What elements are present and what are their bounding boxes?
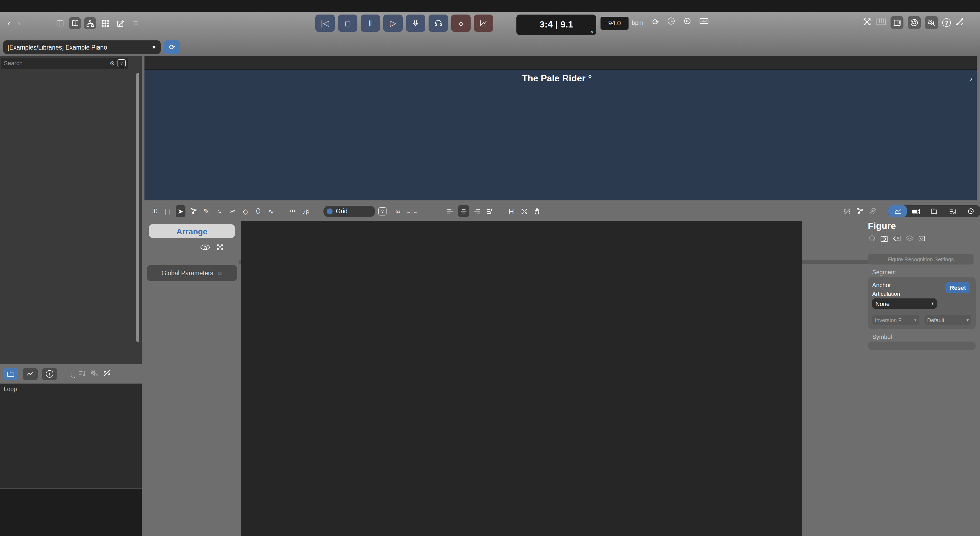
phrase-editor[interactable] [241, 221, 802, 536]
view-notes-button[interactable] [943, 205, 962, 217]
menu-bar [0, 0, 980, 12]
accidental-tool-icon[interactable]: ♪♯ [301, 205, 310, 217]
grid-toggle[interactable]: ∨ [379, 207, 387, 215]
anchor-label: Anchor [872, 282, 891, 288]
tree-scrollbar[interactable] [136, 73, 139, 342]
prelisten-headphones-icon[interactable] [868, 235, 876, 242]
stop-button[interactable]: □ [338, 14, 357, 32]
list-view-icon[interactable] [129, 17, 141, 29]
expand-tracks-icon[interactable] [216, 244, 224, 251]
sync-button[interactable]: ⟳ [164, 40, 180, 54]
record-button[interactable]: ○ [451, 14, 471, 32]
clear-backspace-icon[interactable] [892, 235, 901, 242]
typing-keyboard-icon[interactable] [699, 17, 709, 26]
visibility-eye-icon[interactable] [200, 244, 210, 250]
inspector-panel-icon[interactable] [891, 16, 904, 29]
piano-keyboard-icon[interactable] [876, 18, 886, 27]
legato-icon[interactable] [485, 205, 495, 217]
mute-phrase-icon[interactable] [90, 369, 99, 379]
note-list-icon[interactable] [78, 369, 86, 379]
pencil-tool-icon[interactable]: ✎ [202, 205, 211, 217]
align-right-icon[interactable] [472, 205, 482, 217]
ibeam-tool-icon[interactable]: Ɪ [150, 205, 159, 217]
pointer-tool-icon[interactable]: ➤ [176, 205, 185, 217]
default-dropdown[interactable]: Default▾ [924, 315, 971, 325]
loop-icon[interactable]: ⟳ [652, 17, 659, 27]
monitor-chart-button[interactable] [474, 14, 493, 32]
mic-button[interactable] [406, 14, 425, 32]
infinity-division[interactable]: ∞ [393, 205, 402, 217]
h-zoom-icon[interactable]: H [506, 205, 516, 217]
midi-icon[interactable] [908, 16, 921, 29]
arrangement-canvas[interactable]: The Pale Rider ° › [145, 70, 977, 200]
structure-hierarchy-icon[interactable] [84, 17, 96, 29]
fullscreen-icon[interactable] [862, 17, 872, 28]
nav-back-icon[interactable]: ‹ [8, 18, 10, 27]
confirm-check-icon[interactable] [918, 235, 926, 242]
headphones-button[interactable] [428, 14, 448, 32]
range-tool-icon[interactable]: [ ] [163, 205, 172, 217]
view-files-button[interactable] [925, 205, 943, 217]
lasso-tool-icon[interactable]: ⬯ [253, 205, 263, 217]
inspector-panel: Figure Figure Recognition Settings Segme… [868, 221, 980, 536]
expand-right-icon[interactable]: › [970, 75, 972, 83]
inspector-title: Figure [868, 221, 980, 232]
document-selector[interactable]: [Examples/Libraries] Example Piano▼ [3, 40, 161, 54]
multi-draw-tool-icon[interactable]: ≈ [215, 205, 224, 217]
settings-tools-icon[interactable] [955, 17, 964, 28]
editor-toolbar: Ɪ [ ] ➤ ✎ ≈ ✂ ◇ ⬯ ∿ ••• ♪♯ Grid ∨ ∞ →|← … [145, 201, 980, 221]
unlink-icon[interactable] [103, 369, 111, 379]
library-book-icon[interactable] [69, 17, 81, 29]
view-curve-button[interactable] [888, 205, 907, 217]
search-filter-toggle[interactable]: ∨ [118, 59, 126, 67]
reset-button[interactable]: Reset [945, 282, 970, 293]
layers-icon[interactable] [905, 235, 914, 242]
snapshot-camera-icon[interactable] [880, 235, 888, 242]
folder-view-button[interactable] [3, 368, 18, 380]
eraser-tool-icon[interactable]: ◇ [240, 205, 250, 217]
grid-dropdown[interactable]: Grid [323, 206, 375, 217]
connect-tool-icon[interactable] [189, 205, 198, 217]
curve-view-button[interactable] [23, 368, 38, 380]
editor-unlink-icon[interactable] [842, 205, 852, 217]
sidebar-view-icon[interactable] [54, 17, 66, 29]
edit-pencil-icon[interactable] [114, 17, 126, 29]
help-icon[interactable]: ? [942, 18, 951, 27]
import-icon[interactable]: ↓̤ [70, 370, 73, 378]
editor-share-icon[interactable] [855, 205, 865, 217]
view-time-button[interactable] [962, 205, 980, 217]
clear-search-icon[interactable]: ⊗ [110, 60, 115, 67]
bpm-field[interactable]: 94.0 [600, 17, 628, 30]
search-row: Search ⊗ ∨ [0, 56, 142, 70]
play-button[interactable]: ▷ [383, 14, 402, 32]
articulation-dropdown[interactable]: None▾ [872, 298, 937, 309]
arrange-button[interactable]: Arrange [149, 224, 235, 238]
global-parameters-bar[interactable]: Global Parameters▷ [146, 265, 237, 281]
search-input[interactable]: Search ⊗ ∨ [1, 57, 128, 69]
clock-icon[interactable] [667, 17, 675, 27]
time-display[interactable]: 3:4 | 9.1∨ [516, 14, 596, 35]
metronome-icon[interactable] [683, 17, 691, 27]
bpm-label: bpm [632, 19, 643, 26]
curve-tool-icon[interactable]: ∿ [266, 205, 276, 217]
align-mid-icon[interactable] [458, 205, 469, 217]
parameter-list [805, 221, 866, 536]
arrangement-ruler[interactable] [145, 56, 977, 70]
rewind-button[interactable]: |◁ [315, 14, 335, 32]
mute-icon[interactable] [925, 16, 938, 29]
hand-tool-icon[interactable] [532, 205, 542, 217]
figure-recognition-button[interactable]: Figure Recognition Settings [868, 254, 974, 265]
scissors-tool-icon[interactable]: ✂ [228, 205, 237, 217]
snap-icon[interactable]: →|← [406, 205, 418, 217]
pause-button[interactable]: ‖ [361, 14, 380, 32]
phrase-preview [0, 488, 142, 536]
grid-view-icon[interactable] [99, 17, 111, 29]
align-left-icon[interactable] [445, 205, 455, 217]
view-instrument-button[interactable] [907, 205, 925, 217]
loops-icon[interactable] [868, 205, 878, 217]
fit-zoom-icon[interactable] [519, 205, 529, 217]
inversion-dropdown[interactable]: Inversion F▾ [872, 315, 919, 325]
info-button[interactable]: i [42, 368, 57, 380]
dots-tool-icon[interactable]: ••• [288, 205, 298, 217]
nav-forward-icon[interactable]: › [18, 18, 21, 27]
